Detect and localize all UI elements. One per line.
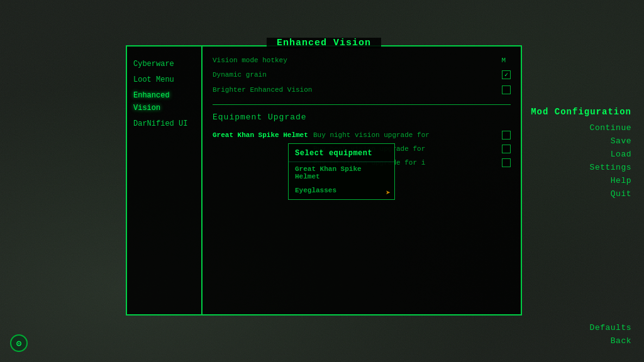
checkbox-dynamic-grain[interactable]: [502, 70, 511, 79]
setting-label-dynamic-grain: Dynamic grain: [213, 71, 502, 79]
menu-item-back[interactable]: Back: [590, 336, 631, 346]
sidebar-item-enhanced-vision[interactable]: Enhanced Vision: [133, 88, 195, 116]
equip-checkbox-great-khan[interactable]: [502, 131, 511, 140]
sidebar-item-cyberware[interactable]: Cyberware: [133, 57, 195, 72]
checkbox-brighter-vision[interactable]: [502, 85, 511, 94]
setting-label-vision-hotkey: Vision mode hotkey: [213, 57, 501, 64]
dropdown-item-great-khan[interactable]: Great Khan Spike Helmet: [289, 162, 394, 184]
setting-row-vision-hotkey: Vision mode hotkey M: [213, 57, 511, 64]
menu-item-continue[interactable]: Continue: [531, 123, 631, 133]
equip-row-great-khan: Great Khan Spike Helmet Buy night vision…: [213, 131, 511, 140]
bottom-left-logo: ⚙: [10, 334, 28, 352]
dropdown-item-eyeglasses[interactable]: Eyeglasses ➤: [289, 184, 394, 199]
cursor-icon: ➤: [386, 188, 391, 198]
equip-checkbox-heat[interactable]: [502, 145, 511, 153]
logo-icon: ⚙: [10, 334, 28, 352]
equipment-section-title: Equipment Upgrade: [213, 112, 511, 122]
menu-item-help[interactable]: Help: [531, 176, 631, 185]
menu-item-settings[interactable]: Settings: [531, 163, 631, 172]
section-divider: [213, 104, 511, 105]
sidebar-item-darnified-ui[interactable]: DarNified UI: [133, 116, 195, 132]
nav-panel: Cyberware Loot Menu Enhanced Vision DarN…: [127, 47, 203, 314]
dropdown-popup[interactable]: Select equipment Great Khan Spike Helmet…: [288, 143, 395, 200]
setting-label-brighter-vision: Brighter Enhanced Vision: [213, 86, 502, 94]
right-menu: Mod Configuration Continue Save Load Set…: [531, 107, 631, 202]
menu-item-load[interactable]: Load: [531, 150, 631, 159]
sidebar-item-loot-menu[interactable]: Loot Menu: [133, 72, 195, 88]
menu-item-quit[interactable]: Quit: [531, 189, 631, 199]
dropdown-title: Select equipment: [289, 144, 394, 162]
setting-row-brighter-vision: Brighter Enhanced Vision: [213, 85, 511, 94]
setting-value-vision-hotkey: M: [501, 57, 506, 64]
equip-name-great-khan: Great Khan Spike Helmet: [213, 131, 313, 139]
right-menu-title: Mod Configuration: [531, 107, 631, 117]
menu-item-defaults[interactable]: Defaults: [590, 323, 631, 332]
equip-desc-great-khan: Buy night vision upgrade for: [313, 131, 502, 139]
menu-item-save[interactable]: Save: [531, 136, 631, 146]
bottom-right-menu: Defaults Back: [590, 323, 631, 349]
equip-checkbox-em[interactable]: [502, 158, 511, 167]
setting-row-dynamic-grain: Dynamic grain: [213, 70, 511, 79]
